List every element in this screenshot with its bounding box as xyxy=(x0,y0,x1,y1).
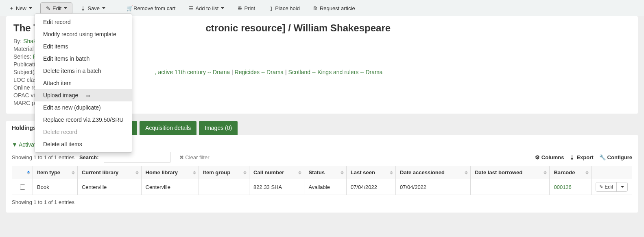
subject-link-2[interactable]: Regicides -- Drama xyxy=(235,69,284,75)
col-last-seen[interactable]: Last seen xyxy=(346,166,395,179)
print-icon: 🖶 xyxy=(237,5,242,11)
cell-item-group xyxy=(199,179,249,195)
filter-icon: ▼ xyxy=(12,141,17,148)
gear-icon: ⚙ xyxy=(535,154,540,160)
cursor-icon: ▭ xyxy=(85,93,90,99)
hold-icon: ▯ xyxy=(268,5,273,11)
save-label: Save xyxy=(87,5,100,11)
caret-icon xyxy=(102,7,105,9)
col-status[interactable]: Status xyxy=(304,166,346,179)
showing-entries: Showing 1 to 1 of 1 entries xyxy=(12,154,74,160)
download-icon: ⭳ xyxy=(81,5,86,11)
caret-icon xyxy=(29,7,32,9)
col-actions xyxy=(592,166,632,179)
col-barcode[interactable]: Barcode xyxy=(550,166,592,179)
row-edit-dropdown[interactable] xyxy=(616,182,627,191)
menu-attach-item[interactable]: Attach item xyxy=(35,77,132,89)
search-input[interactable] xyxy=(104,152,170,162)
sort-desc-icon xyxy=(27,173,30,174)
menu-upload-image[interactable]: Upload image ▭ xyxy=(35,89,132,101)
print-label: Print xyxy=(244,5,255,11)
caret-icon xyxy=(64,7,67,9)
columns-button[interactable]: ⚙ Columns xyxy=(535,154,564,160)
col-checkbox[interactable] xyxy=(12,166,33,179)
col-home-library[interactable]: Home library xyxy=(141,166,199,179)
remove-from-cart-button[interactable]: 🛒 Remove from cart xyxy=(122,3,180,14)
menu-upload-image-label: Upload image xyxy=(43,92,78,99)
edit-button[interactable]: ✎ Edit xyxy=(40,2,72,14)
holdings-table: Item type Current library Home library I… xyxy=(12,166,632,195)
add-list-label: Add to list xyxy=(195,5,218,11)
list-icon: ☰ xyxy=(188,5,194,11)
tab-images[interactable]: Images (0) xyxy=(199,121,238,135)
print-button[interactable]: 🖶 Print xyxy=(232,3,260,14)
export-icon: ⭳ xyxy=(570,154,575,160)
subject-fragment-1[interactable]: , active 11th century -- Drama xyxy=(155,69,230,75)
search-label: Search: xyxy=(79,154,99,160)
menu-edit-items-batch[interactable]: Edit items in batch xyxy=(35,53,132,65)
configure-button[interactable]: 🔧 Configure xyxy=(599,154,632,160)
export-button[interactable]: ⭳ Export xyxy=(570,154,593,160)
menu-edit-record[interactable]: Edit record xyxy=(35,16,132,28)
row-edit-button-group: ✎ Edit xyxy=(596,182,628,192)
series-label: Series: xyxy=(13,53,31,60)
table-row: Book Centerville Centerville 822.33 SHA … xyxy=(12,179,632,195)
col-call-number[interactable]: Call number xyxy=(249,166,304,179)
pencil-icon: ✎ xyxy=(46,5,51,11)
remove-cart-label: Remove from cart xyxy=(133,5,175,11)
menu-modify-record-template[interactable]: Modify record using template xyxy=(35,28,132,40)
menu-delete-all-items[interactable]: Delete all items xyxy=(35,138,132,150)
request-article-button[interactable]: 🗎 Request article xyxy=(308,3,360,14)
caret-icon xyxy=(621,186,624,188)
add-to-list-button[interactable]: ☰ Add to list xyxy=(183,3,229,14)
request-article-label: Request article xyxy=(320,5,355,11)
col-item-type[interactable]: Item type xyxy=(33,166,78,179)
edit-dropdown-menu: Edit record Modify record using template… xyxy=(35,13,132,153)
edit-label: Edit xyxy=(52,5,61,11)
cell-item-type: Book xyxy=(33,179,78,195)
subject-link-3[interactable]: Scotland -- Kings and rulers -- Drama xyxy=(288,69,383,75)
cell-last-seen: 07/04/2022 xyxy=(346,179,395,195)
menu-edit-as-new[interactable]: Edit as new (duplicate) xyxy=(35,101,132,114)
wrench-icon: 🔧 xyxy=(599,154,606,160)
save-button[interactable]: ⭳ Save xyxy=(76,3,110,14)
footer-showing: Showing 1 to 1 of 1 entries xyxy=(12,199,632,205)
col-item-group[interactable]: Item group xyxy=(199,166,249,179)
barcode-link[interactable]: 000126 xyxy=(554,184,571,190)
place-hold-label: Place hold xyxy=(275,5,300,11)
plus-icon: ＋ xyxy=(9,4,14,12)
cell-call-number: 822.33 SHA xyxy=(249,179,304,195)
sort-asc-icon xyxy=(27,171,30,172)
new-button[interactable]: ＋ New xyxy=(4,2,37,14)
col-date-last-borrowed[interactable]: Date last borrowed xyxy=(471,166,550,179)
article-icon: 🗎 xyxy=(313,5,318,11)
cell-status: Available xyxy=(304,179,346,195)
menu-replace-z3950[interactable]: Replace record via Z39.50/SRU xyxy=(35,114,132,126)
row-edit-button[interactable]: ✎ Edit xyxy=(596,182,616,191)
by-label: By: xyxy=(13,38,22,44)
menu-delete-record: Delete record xyxy=(35,126,132,138)
cart-icon: 🛒 xyxy=(127,5,132,11)
x-icon: ✖ xyxy=(179,154,184,160)
cell-current-library: Centerville xyxy=(77,179,141,195)
clear-filter-button[interactable]: ✖ Clear filter xyxy=(179,154,210,160)
col-date-accessioned[interactable]: Date accessioned xyxy=(396,166,471,179)
place-hold-button[interactable]: ▯ Place hold xyxy=(263,3,305,14)
menu-delete-items-batch[interactable]: Delete items in a batch xyxy=(35,65,132,77)
record-title-right: ctronic resource] / William Shakespeare xyxy=(205,22,391,33)
cell-home-library: Centerville xyxy=(141,179,199,195)
new-label: New xyxy=(16,5,26,11)
col-current-library[interactable]: Current library xyxy=(77,166,141,179)
tab-acquisition[interactable]: Acquisition details xyxy=(140,121,196,135)
menu-edit-items[interactable]: Edit items xyxy=(35,40,132,53)
cell-date-accessioned: 07/04/2022 xyxy=(396,179,471,195)
cell-date-last-borrowed xyxy=(471,179,550,195)
cell-barcode: 000126 xyxy=(550,179,592,195)
row-checkbox[interactable] xyxy=(20,184,25,190)
caret-icon xyxy=(221,7,224,9)
pencil-icon: ✎ xyxy=(599,184,603,190)
